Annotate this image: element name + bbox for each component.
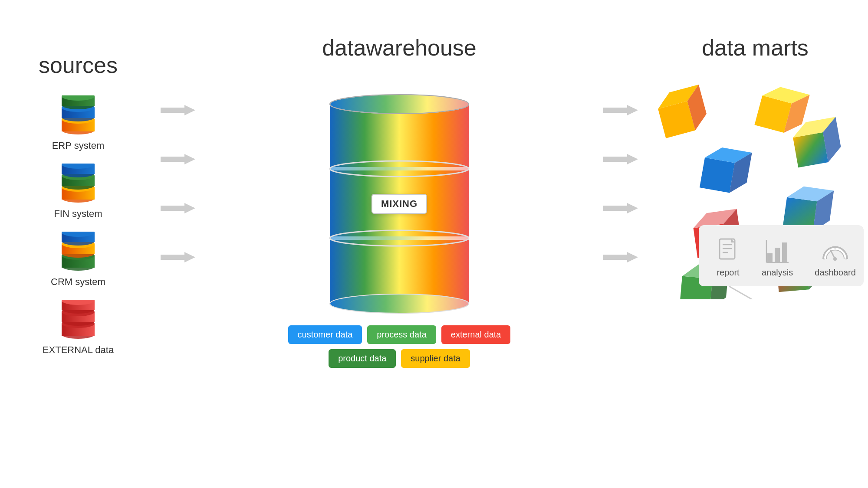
warehouse-cylinder: MIXING [291, 91, 508, 317]
arrows-left-column [156, 17, 200, 263]
source-ext: EXTERNAL data [43, 300, 114, 356]
arrow-3 [161, 202, 195, 214]
tools-panel: report analysis [699, 225, 864, 286]
report-label: report [717, 268, 739, 278]
svg-marker-37 [161, 154, 195, 164]
arrows-right-column [599, 17, 642, 263]
arrow-right-1 [603, 104, 638, 116]
arrow-2 [161, 153, 195, 165]
svg-marker-55 [700, 157, 735, 193]
erp-label: ERP system [52, 140, 105, 151]
dashboard-label: dashboard [815, 268, 856, 278]
tool-dashboard: dashboard [815, 238, 856, 278]
source-fin: FIN system [52, 164, 104, 219]
cube-yellow-1 [654, 85, 710, 138]
tag-process: process data [367, 325, 436, 344]
sources-column: sources [0, 17, 156, 368]
crm-label: CRM system [51, 276, 105, 288]
svg-point-89 [833, 257, 837, 261]
svg-rect-84 [775, 248, 780, 262]
warehouse-title: datawarehouse [322, 35, 477, 61]
svg-marker-38 [161, 203, 195, 213]
tag-supplier: supplier data [401, 349, 470, 368]
ext-label: EXTERNAL data [43, 344, 114, 356]
svg-marker-67 [793, 132, 828, 167]
analysis-icon [766, 238, 789, 264]
svg-marker-51 [603, 252, 638, 262]
svg-marker-39 [161, 252, 195, 262]
data-tags: customer data process data external data… [269, 325, 529, 368]
arrow-4 [161, 251, 195, 263]
svg-rect-83 [767, 253, 773, 262]
source-crm: CRM system [51, 232, 105, 288]
svg-rect-42 [330, 167, 469, 170]
ext-db-icon [52, 300, 104, 341]
tag-customer: customer data [288, 325, 362, 344]
dashboard-icon [821, 238, 849, 264]
svg-marker-50 [603, 203, 638, 213]
analysis-label: analysis [762, 268, 793, 278]
svg-marker-48 [603, 105, 638, 115]
report-icon [716, 238, 740, 264]
tag-external: external data [441, 325, 511, 344]
source-erp: ERP system [52, 95, 105, 151]
tool-analysis: analysis [762, 238, 793, 278]
mixing-badge: MIXING [372, 194, 427, 214]
erp-db-icon [52, 95, 104, 137]
crm-db-icon [52, 232, 104, 273]
svg-rect-85 [782, 242, 787, 262]
tag-product: product data [329, 349, 396, 368]
svg-point-46 [330, 294, 469, 313]
arrow-1 [161, 104, 195, 116]
marts-title: data marts [642, 35, 868, 61]
warehouse-column: datawarehouse CONVERGE DIVERGE [200, 17, 599, 368]
svg-rect-44 [330, 236, 469, 240]
arrow-right-2 [603, 153, 638, 165]
cube-blue-1 [700, 145, 752, 196]
arrow-right-4 [603, 251, 638, 263]
arrow-right-3 [603, 202, 638, 214]
svg-marker-49 [603, 154, 638, 164]
marts-column: data marts [642, 17, 868, 299]
fin-db-icon [52, 164, 104, 205]
tool-report: report [716, 238, 740, 278]
main-container: sources [0, 0, 868, 488]
fin-label: FIN system [54, 208, 102, 219]
svg-marker-36 [161, 105, 195, 115]
sources-title: sources [39, 52, 118, 78]
